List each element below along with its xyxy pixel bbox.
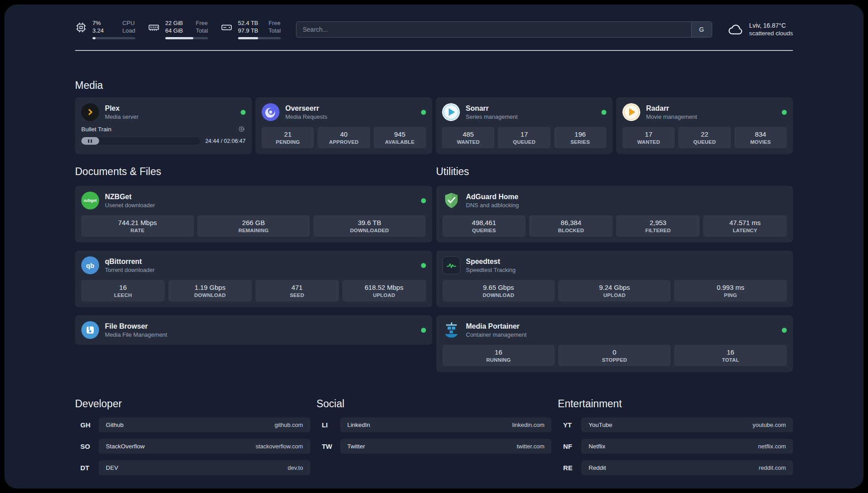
cloud-icon — [727, 21, 743, 38]
ram-progressbar — [165, 37, 208, 39]
sonarr-title: Sonarr — [466, 104, 517, 113]
disk-free-value: 52.4 TB — [238, 19, 258, 27]
portainer-status-dot — [782, 328, 787, 333]
pause-icon — [91, 139, 92, 143]
bookmark-twitter[interactable]: TW Twitter twitter.com — [317, 439, 552, 454]
sonarr-status-dot — [601, 110, 606, 115]
qbittorrent-stat-seed: 471 SEED — [255, 280, 339, 301]
filebrowser-subtitle: Media File Management — [105, 331, 167, 338]
bookmark-link[interactable]: Twitter twitter.com — [340, 439, 552, 454]
developer-column: Developer GH Github github.com SO StackO… — [75, 398, 310, 475]
overseerr-title: Overseerr — [285, 104, 327, 113]
filebrowser-status-dot — [421, 328, 426, 333]
weather-widget[interactable]: Lviv, 16.87°C scattered clouds — [727, 21, 793, 38]
media-heading: Media — [75, 79, 793, 92]
disk-metric: 52.4 TB 97.9 TB Free Total — [221, 19, 281, 39]
disk-progressbar — [238, 37, 281, 39]
ram-total-label: Total — [196, 27, 208, 34]
ram-metric: 22 GiB 64 GiB Free Total — [148, 19, 208, 39]
bookmark-link[interactable]: LinkedIn linkedin.com — [340, 418, 552, 432]
search-engine-button[interactable]: G — [691, 22, 712, 37]
disk-progress-fill — [238, 37, 258, 39]
cpu-progressbar — [92, 37, 135, 39]
bookmark-link[interactable]: DEV dev.to — [99, 460, 310, 475]
sonarr-stat-queued: 17 QUEUED — [498, 127, 550, 148]
portainer-stat-total: 16 TOTAL — [674, 345, 787, 366]
bookmark-stackoverflow[interactable]: SO StackOverflow stackoverflow.com — [75, 439, 310, 454]
cpu-load-label: Load — [122, 27, 135, 34]
bookmark-link[interactable]: YouTube youtube.com — [581, 418, 793, 432]
now-playing-title: Bullet Train — [81, 126, 112, 133]
overseerr-card[interactable]: Overseerr Media Requests 21 PENDING 40 A… — [255, 97, 432, 154]
overseerr-stat-pending: 21 PENDING — [262, 127, 314, 148]
adguard-stat-latency: 47.571 ms LATENCY — [703, 215, 787, 237]
radarr-subtitle: Movie management — [646, 113, 697, 121]
nzbget-stat-downloaded: 39.6 TB DOWNLOADED — [313, 215, 426, 237]
plex-status-dot — [241, 110, 246, 115]
speedtest-card[interactable]: Speedtest Speedtest Tracking 9.65 Gbps D… — [436, 251, 793, 307]
bookmark-link[interactable]: Github github.com — [99, 418, 310, 432]
speedtest-title: Speedtest — [466, 257, 516, 266]
social-column: Social LI LinkedIn linkedin.com TW Twitt… — [317, 398, 552, 454]
disk-icon — [221, 21, 233, 33]
search-input[interactable] — [296, 22, 691, 37]
radarr-icon — [622, 103, 640, 121]
portainer-card[interactable]: Media Portainer Container management 16 … — [436, 315, 793, 372]
overseerr-icon — [262, 103, 280, 121]
bookmark-linkedin[interactable]: LI LinkedIn linkedin.com — [317, 418, 552, 432]
filebrowser-icon — [81, 321, 99, 339]
qbittorrent-card[interactable]: qb qBittorrent Torrent downloader 16 LEE… — [75, 251, 432, 307]
bookmark-reddit[interactable]: RE Reddit reddit.com — [558, 460, 793, 475]
bookmark-abbr: YT — [558, 421, 581, 429]
qbittorrent-title: qBittorrent — [105, 257, 154, 266]
bookmark-link[interactable]: Reddit reddit.com — [581, 460, 793, 475]
portainer-icon — [442, 321, 460, 339]
bookmark-github[interactable]: GH Github github.com — [75, 418, 310, 432]
sonarr-card[interactable]: Sonarr Series management 485 WANTED 17 Q… — [436, 97, 613, 154]
cpu-usage-value: 7% — [92, 19, 104, 27]
sonarr-subtitle: Series management — [466, 113, 517, 121]
overseerr-status-dot — [421, 110, 426, 115]
bookmark-link[interactable]: StackOverflow stackoverflow.com — [99, 439, 310, 454]
plex-now-playing: Bullet Train — [81, 125, 246, 145]
adguard-card[interactable]: AdGuard Home DNS and adblocking 498,461 … — [436, 186, 793, 242]
qbittorrent-subtitle: Torrent downloader — [105, 266, 154, 274]
plex-card[interactable]: Plex Media server Bullet Train — [75, 97, 252, 154]
plex-icon — [81, 103, 99, 121]
nzbget-icon: nzbget — [81, 192, 99, 209]
playback-time: 24:44 / 02:06:47 — [205, 138, 246, 144]
portainer-title: Media Portainer — [466, 322, 527, 331]
radarr-card[interactable]: Radarr Movie management 17 WANTED 22 QUE… — [616, 97, 793, 154]
overseerr-stat-approved: 40 APPROVED — [317, 127, 370, 148]
bookmark-youtube[interactable]: YT YouTube youtube.com — [558, 418, 793, 432]
disk-free-label: Free — [269, 19, 281, 27]
filebrowser-title: File Browser — [105, 322, 167, 331]
speedtest-stat-ping: 0.993 ms PING — [674, 280, 787, 301]
portainer-stat-stopped: 0 STOPPED — [558, 345, 671, 366]
bookmark-abbr: RE — [558, 464, 581, 472]
ram-free-label: Free — [196, 19, 208, 27]
filebrowser-card[interactable]: File Browser Media File Management — [75, 315, 432, 345]
bookmark-abbr: TW — [317, 443, 340, 450]
adguard-stat-filtered: 2,953 FILTERED — [616, 215, 700, 237]
utilities-heading: Utilities — [436, 166, 793, 178]
qbittorrent-stat-upload: 618.52 Mbps UPLOAD — [342, 280, 426, 301]
bookmark-netflix[interactable]: NF Netflix netflix.com — [558, 439, 793, 454]
documents-column: Documents & Files nzbget NZBGet Usenet d… — [75, 166, 432, 345]
radarr-stat-wanted: 17 WANTED — [622, 127, 675, 148]
playback-progressbar[interactable] — [81, 137, 200, 145]
bookmarks-section: Developer GH Github github.com SO StackO… — [75, 398, 793, 475]
playback-progress-fill — [81, 137, 99, 145]
bookmark-abbr: NF — [558, 443, 581, 450]
portainer-subtitle: Container management — [466, 331, 527, 338]
overseerr-stat-available: 945 AVAILABLE — [374, 127, 426, 148]
plex-subtitle: Media server — [105, 113, 138, 121]
gear-icon[interactable] — [238, 125, 246, 133]
developer-heading: Developer — [75, 398, 310, 410]
ram-icon — [148, 21, 160, 33]
adguard-stat-blocked: 86,384 BLOCKED — [529, 215, 613, 237]
cpu-metric: 7% 3.24 CPU Load — [75, 19, 135, 39]
nzbget-card[interactable]: nzbget NZBGet Usenet downloader 744.21 M… — [75, 186, 432, 242]
bookmark-link[interactable]: Netflix netflix.com — [581, 439, 793, 454]
bookmark-dev[interactable]: DT DEV dev.to — [75, 460, 310, 475]
